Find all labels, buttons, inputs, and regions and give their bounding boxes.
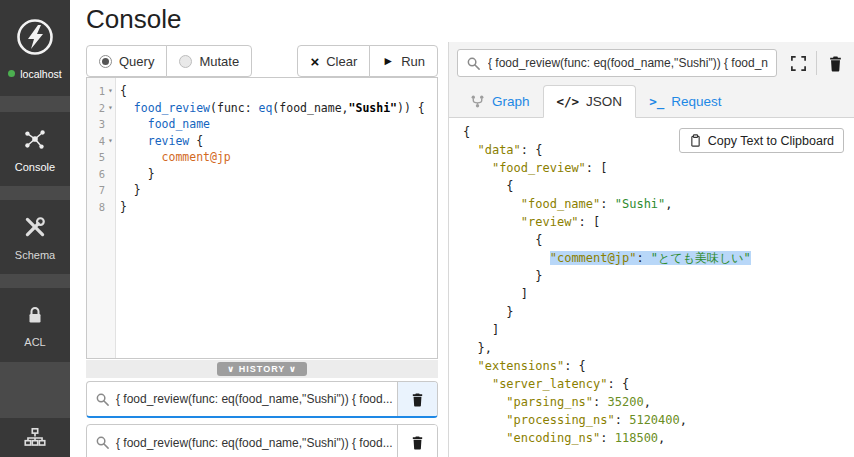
code-line: 2▾ food_review(func: eq(food_name,"Sushi…	[87, 100, 437, 117]
sidebar-item-cluster[interactable]	[0, 418, 70, 457]
clear-result-button[interactable]	[822, 50, 848, 76]
sidebar-item-acl[interactable]: ACL	[0, 288, 70, 362]
sidebar-item-schema[interactable]: Schema	[0, 200, 70, 274]
code-line: 6 }	[87, 166, 437, 183]
clear-label: Clear	[326, 54, 357, 69]
query-editor[interactable]: 1▾{2▾ food_review(func: eq(food_name,"Su…	[86, 77, 438, 359]
sidebar-item-console[interactable]: Console	[0, 112, 70, 186]
code-line: "extensions": {	[463, 357, 854, 375]
copy-to-clipboard-button[interactable]: Copy Text to Clipboard	[679, 128, 844, 153]
code-line: }	[463, 267, 854, 285]
page-title: Console	[86, 4, 181, 35]
query-mode-group: Query Mutate	[86, 45, 252, 77]
delete-history-button[interactable]	[397, 425, 437, 457]
result-panel: { food_review(func: eq(food_name,"Sushi"…	[448, 42, 854, 457]
history-item[interactable]: { food_review(func: eq(food_name,"Sushi"…	[86, 381, 438, 418]
tab-json[interactable]: </> JSON	[543, 85, 637, 118]
code-line: "parsing_ns": 35200,	[463, 393, 854, 411]
code-line: "comment@jp": "とても美味しい"	[463, 249, 854, 267]
header: Console	[70, 0, 854, 42]
sidebar: localhost Console	[0, 0, 70, 457]
play-icon: ►	[382, 55, 394, 67]
history-query-text: { food_review(func: eq(food_name,"Sushi"…	[110, 392, 397, 406]
clipboard-icon	[689, 133, 702, 148]
code-line: }	[463, 303, 854, 321]
sidebar-label-console: Console	[15, 161, 55, 173]
history-query-text: { food_review(func: eq(food_name,"Sushi"…	[110, 436, 397, 450]
code-line: 4▾ review {	[87, 133, 437, 150]
code-line: ]	[463, 285, 854, 303]
copy-button-label: Copy Text to Clipboard	[708, 134, 834, 148]
radio-unchecked-icon	[179, 55, 192, 68]
tab-request-label: Request	[671, 94, 721, 109]
tab-json-label: JSON	[586, 94, 622, 109]
trash-icon	[410, 435, 425, 450]
executed-query-field[interactable]: { food_review(func: eq(food_name,"Sushi"…	[457, 49, 777, 77]
connection-label: localhost	[20, 68, 61, 80]
clear-x-icon: ×	[310, 54, 319, 69]
terminal-prompt-icon: >_	[649, 94, 664, 109]
run-label: Run	[401, 54, 425, 69]
code-line: 7 }	[87, 182, 437, 199]
mutate-mode-label: Mutate	[199, 54, 239, 69]
query-mode-label: Query	[119, 54, 154, 69]
run-clear-group: × Clear ► Run	[297, 45, 438, 77]
sidebar-logo-block[interactable]: localhost	[0, 0, 70, 96]
code-line: 5 comment@jp	[87, 149, 437, 166]
search-icon	[466, 56, 481, 71]
code-line: 8}	[87, 199, 437, 216]
dgraph-logo-icon	[15, 17, 55, 61]
json-result-content: Copy Text to Clipboard { "data": { "food…	[449, 118, 854, 457]
tab-graph-label: Graph	[492, 94, 530, 109]
result-tabs: Graph </> JSON >_ Request	[457, 85, 734, 118]
cluster-sitemap-icon	[22, 425, 48, 455]
radio-checked-icon	[99, 55, 112, 68]
code-line: "processing_ns": 5120400,	[463, 411, 854, 429]
code-line: 3 food_name	[87, 116, 437, 133]
console-graph-icon	[22, 126, 48, 156]
query-mode-button[interactable]: Query	[86, 45, 167, 77]
code-line: {	[463, 177, 854, 195]
acl-lock-icon	[23, 303, 47, 331]
code-line: "review": [	[463, 213, 854, 231]
history-band: ∨ HISTORY ∨	[86, 360, 438, 378]
search-icon	[95, 392, 110, 407]
fullscreen-button[interactable]	[785, 50, 811, 76]
code-line: ]	[463, 321, 854, 339]
tab-request[interactable]: >_ Request	[636, 85, 734, 118]
search-icon	[95, 435, 110, 450]
code-line: "server_latency": {	[463, 375, 854, 393]
ratel-console-app: { "sidebar": { "connection": { "label": …	[0, 0, 854, 457]
expand-icon	[790, 55, 807, 72]
code-line: },	[463, 339, 854, 357]
query-toolbar: Query Mutate × Clear ► Run	[86, 45, 438, 77]
executed-query-text: { food_review(func: eq(food_name,"Sushi"…	[488, 56, 768, 70]
code-line: "food_name": "Sushi",	[463, 195, 854, 213]
result-panel-header: { food_review(func: eq(food_name,"Sushi"…	[449, 42, 854, 118]
tab-graph[interactable]: Graph	[457, 85, 543, 118]
code-brackets-icon: </>	[557, 94, 580, 109]
sidebar-label-acl: ACL	[24, 336, 45, 348]
trash-icon	[827, 55, 844, 72]
json-response-viewer[interactable]: { "data": { "food_review": [ { "food_nam…	[463, 123, 854, 457]
code-line: "encoding_ns": 118500,	[463, 429, 854, 447]
graph-fork-icon	[470, 94, 485, 109]
code-line: {	[463, 231, 854, 249]
connection-status: localhost	[8, 68, 61, 80]
result-query-row: { food_review(func: eq(food_name,"Sushi"…	[457, 49, 848, 77]
sidebar-label-schema: Schema	[15, 249, 55, 261]
history-toggle[interactable]: ∨ HISTORY ∨	[217, 362, 307, 376]
divider	[816, 51, 817, 75]
delete-history-button[interactable]	[397, 382, 437, 416]
schema-tools-icon	[22, 214, 48, 244]
run-button[interactable]: ► Run	[369, 45, 438, 77]
connected-dot-icon	[8, 70, 15, 77]
code-line: "food_review": [	[463, 159, 854, 177]
code-line: 1▾{	[87, 83, 437, 100]
history-item[interactable]: { food_review(func: eq(food_name,"Sushi"…	[86, 424, 438, 457]
mutate-mode-button[interactable]: Mutate	[166, 45, 252, 77]
clear-button[interactable]: × Clear	[297, 45, 370, 77]
trash-icon	[410, 392, 425, 407]
